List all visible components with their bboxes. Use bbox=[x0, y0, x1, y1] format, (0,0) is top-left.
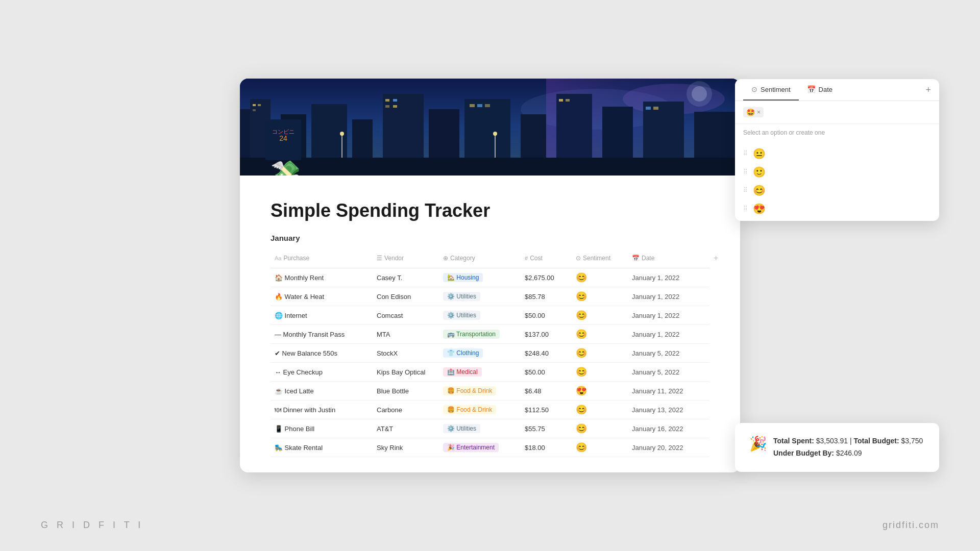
cell-sentiment[interactable]: 😊 bbox=[572, 268, 628, 287]
cell-category[interactable]: ⚙️ Utilities bbox=[439, 420, 521, 437]
budget-summary-card: 🎉 Total Spent: $3,503.91 | Total Budget:… bbox=[735, 423, 939, 472]
dropdown-search-input[interactable] bbox=[767, 109, 931, 116]
cell-add bbox=[709, 293, 725, 300]
option-emoji: 😐 bbox=[753, 147, 766, 160]
brand-left: G R I D F I T I bbox=[41, 520, 143, 531]
drag-handle-icon: ⠿ bbox=[743, 205, 748, 212]
drag-handle-icon: ⠿ bbox=[743, 168, 748, 176]
option-emoji: 😊 bbox=[753, 184, 766, 196]
tab-sentiment[interactable]: ⊙ Sentiment bbox=[743, 79, 799, 101]
table-row: 🏠 Monthly Rent Casey T. 🏡 Housing $2,675… bbox=[271, 268, 709, 287]
svg-text:24: 24 bbox=[279, 134, 287, 142]
cell-sentiment[interactable]: 😊 bbox=[572, 325, 628, 343]
header-purchase-icon: Aa bbox=[275, 255, 281, 261]
category-badge[interactable]: ⚙️ Utilities bbox=[443, 311, 480, 320]
category-badge[interactable]: 🎉 Entertainment bbox=[443, 443, 499, 452]
category-badge[interactable]: 🍔 Food & Drink bbox=[443, 386, 496, 395]
header-purchase: Aa Purchase bbox=[271, 252, 373, 265]
category-badge[interactable]: 🏥 Medical bbox=[443, 367, 482, 377]
category-badge[interactable]: 👕 Clothing bbox=[443, 348, 483, 358]
cell-date: January 1, 2022 bbox=[628, 327, 709, 342]
cell-add bbox=[709, 312, 725, 319]
header-category-icon: ⊕ bbox=[443, 255, 448, 262]
cell-category[interactable]: ⚙️ Utilities bbox=[439, 307, 521, 323]
svg-rect-25 bbox=[477, 104, 482, 107]
cell-sentiment[interactable]: 😊 bbox=[572, 344, 628, 362]
brand-right: gridfiti.com bbox=[883, 520, 939, 531]
cell-sentiment[interactable]: 😊 bbox=[572, 287, 628, 306]
dropdown-input-area: 🤩 × bbox=[735, 101, 939, 124]
table-body: 🏠 Monthly Rent Casey T. 🏡 Housing $2,675… bbox=[271, 268, 709, 457]
dropdown-header: ⊙ Sentiment 📅 Date + bbox=[735, 79, 939, 101]
cell-date: January 11, 2022 bbox=[628, 384, 709, 398]
cell-add bbox=[709, 444, 725, 451]
cell-sentiment[interactable]: 😊 bbox=[572, 438, 628, 457]
header-category: ⊕ Category bbox=[439, 252, 521, 265]
header-cost-icon: # bbox=[525, 255, 528, 261]
svg-rect-21 bbox=[393, 99, 397, 102]
cell-cost: $18.00 bbox=[521, 440, 572, 455]
budget-content: 🎉 Total Spent: $3,503.91 | Total Budget:… bbox=[749, 435, 925, 460]
cell-sentiment[interactable]: 😊 bbox=[572, 400, 628, 419]
cell-add bbox=[709, 274, 725, 281]
header-sentiment: ⊙ Sentiment bbox=[572, 252, 628, 265]
tab-date[interactable]: 📅 Date bbox=[799, 79, 841, 101]
cell-sentiment[interactable]: 😍 bbox=[572, 382, 628, 400]
cell-purchase: 🌐 Internet bbox=[271, 308, 373, 323]
cell-category[interactable]: 🎉 Entertainment bbox=[439, 439, 521, 456]
cell-sentiment[interactable]: 😊 bbox=[572, 363, 628, 381]
add-property-button[interactable]: + bbox=[925, 85, 931, 95]
dropdown-option[interactable]: ⠿ 😊 bbox=[735, 181, 939, 199]
banner: コンビニ 24 💸 bbox=[240, 79, 740, 176]
cell-purchase: 📱 Phone Bill bbox=[271, 421, 373, 436]
table-row: ☕ Iced Latte Blue Bottle 🍔 Food & Drink … bbox=[271, 382, 709, 400]
cell-sentiment[interactable]: 😊 bbox=[572, 419, 628, 438]
dropdown-option[interactable]: ⠿ 🙂 bbox=[735, 163, 939, 181]
cell-date: January 1, 2022 bbox=[628, 270, 709, 285]
cell-sentiment[interactable]: 😊 bbox=[572, 306, 628, 324]
cell-category[interactable]: 🍔 Food & Drink bbox=[439, 402, 521, 418]
cell-add bbox=[709, 406, 725, 413]
cell-date: January 20, 2022 bbox=[628, 440, 709, 455]
cell-purchase: 🏠 Monthly Rent bbox=[271, 270, 373, 285]
cell-cost: $112.50 bbox=[521, 403, 572, 417]
dropdown-option[interactable]: ⠿ 😐 bbox=[735, 144, 939, 163]
cell-date: January 5, 2022 bbox=[628, 365, 709, 380]
cell-date: January 13, 2022 bbox=[628, 403, 709, 417]
cell-cost: $137.00 bbox=[521, 327, 572, 342]
tag-remove-button[interactable]: × bbox=[757, 109, 761, 116]
cell-add bbox=[709, 331, 725, 338]
sentiment-dropdown: ⊙ Sentiment 📅 Date + 🤩 × Select an optio… bbox=[735, 79, 939, 221]
notion-card: コンビニ 24 💸 Simple Spending Tracker Januar… bbox=[240, 79, 740, 472]
cell-category[interactable]: 🏥 Medical bbox=[439, 364, 521, 380]
category-badge[interactable]: 🚌 Transportation bbox=[443, 330, 500, 339]
total-spent-label: Total Spent: bbox=[773, 437, 814, 445]
svg-rect-30 bbox=[653, 107, 658, 110]
table-row: 📱 Phone Bill AT&T ⚙️ Utilities $55.75 😊 … bbox=[271, 419, 709, 438]
svg-point-40 bbox=[692, 86, 707, 102]
category-badge[interactable]: 🍔 Food & Drink bbox=[443, 405, 496, 414]
category-badge[interactable]: ⚙️ Utilities bbox=[443, 292, 480, 301]
cell-category[interactable]: ⚙️ Utilities bbox=[439, 288, 521, 305]
drag-handle-icon: ⠿ bbox=[743, 150, 748, 157]
cell-purchase: ☕ Iced Latte bbox=[271, 384, 373, 398]
cell-purchase: — Monthly Transit Pass bbox=[271, 327, 373, 342]
cell-date: January 1, 2022 bbox=[628, 308, 709, 323]
cell-vendor: AT&T bbox=[373, 421, 439, 436]
svg-rect-20 bbox=[385, 99, 389, 102]
total-budget-label: Total Budget: bbox=[853, 437, 899, 445]
svg-rect-17 bbox=[253, 104, 256, 106]
cell-add bbox=[709, 349, 725, 357]
category-badge[interactable]: 🏡 Housing bbox=[443, 273, 483, 282]
cell-vendor: StockX bbox=[373, 346, 439, 361]
banner-scene: コンビニ 24 bbox=[240, 79, 740, 176]
cell-category[interactable]: 🚌 Transportation bbox=[439, 326, 521, 342]
cell-category[interactable]: 👕 Clothing bbox=[439, 345, 521, 361]
header-add[interactable]: + bbox=[709, 252, 725, 265]
cell-category[interactable]: 🏡 Housing bbox=[439, 269, 521, 286]
category-badge[interactable]: ⚙️ Utilities bbox=[443, 424, 480, 433]
cell-category[interactable]: 🍔 Food & Drink bbox=[439, 383, 521, 399]
dropdown-option[interactable]: ⠿ 😍 bbox=[735, 199, 939, 218]
under-budget-label: Under Budget By: bbox=[773, 449, 834, 457]
cell-vendor: Casey T. bbox=[373, 270, 439, 285]
